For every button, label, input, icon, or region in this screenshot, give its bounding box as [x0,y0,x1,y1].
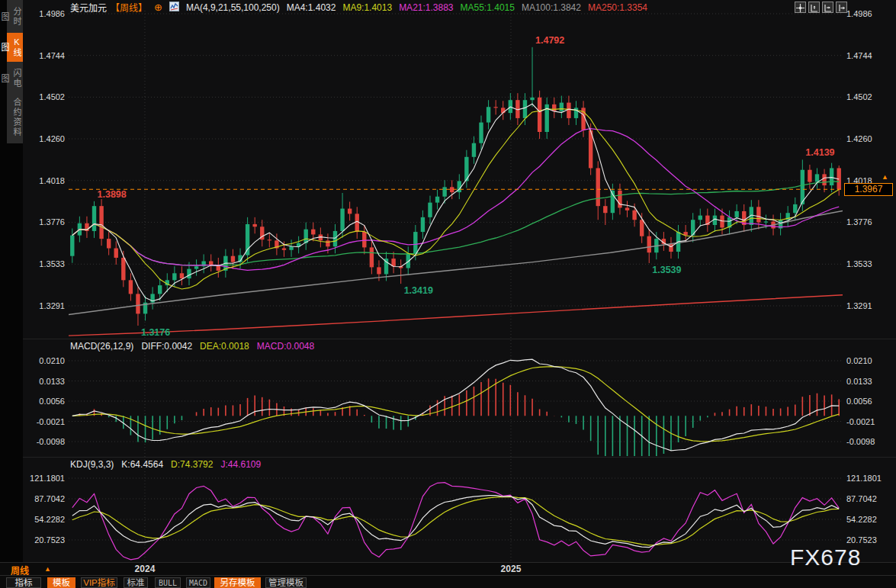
ma21-value: MA21:1.3883 [399,2,453,13]
kdj-lines [72,483,839,560]
candlestick-series [70,47,841,326]
left-sidebar: 分时图 K线图 闪电图 合约资料 [0,0,23,588]
y-axis-label: 0.0056 [846,396,872,406]
toolbar-manage-templates-button[interactable]: 管理模板 [265,577,307,588]
y-axis-label: 1.4986 [846,8,872,19]
sidebar-item-lightning-chart[interactable]: 闪电图 [7,65,23,92]
current-price-marker: 1.3967 [844,183,893,196]
y-axis-label: -0.0021 [23,416,65,427]
macd-name: MACD(26,12,9) [70,341,133,352]
macd-lines [72,359,839,451]
y-axis-label: 1.3776 [23,217,65,227]
chart-header: 美元加元 【周线】 ⊕ MA(4,9,21,55,100,250) MA4:1.… [70,2,647,13]
y-axis-label: 87.7042 [846,493,877,504]
y-axis-label: 54.2282 [846,514,877,525]
svg-text:1.4139: 1.4139 [805,147,834,158]
y-axis-label: 0.0056 [23,396,65,406]
ma9-value: MA9:1.4013 [342,2,392,13]
svg-text:1.3176: 1.3176 [141,327,170,338]
y-axis-label: 20.7523 [23,535,65,545]
period-tag: 【周线】 [111,1,147,14]
sidebar-item-kline-chart[interactable]: K线图 [7,33,23,62]
y-axis-label: 1.4502 [23,92,65,102]
y-axis-label: 87.7042 [23,493,65,504]
y-axis-label: 1.4260 [23,133,65,144]
y-axis-label: 1.3291 [23,300,65,311]
toolbar-bull-button[interactable]: BULL [155,577,181,588]
toolbar-templates-button[interactable]: 模板 [47,577,75,588]
sidebar-item-contract-info[interactable]: 合约资料 [7,95,23,140]
symbol-title: 美元加元 [70,1,107,14]
price-annotations: 1.38981.31761.34191.47921.35391.4139 [98,35,835,338]
y-axis-label: 1.3291 [846,300,872,311]
chart-mode-tabs: 分时图 K线图 闪电图 合约资料 [7,0,23,143]
axis-scale-up-icon[interactable] [808,2,820,13]
kdj-panel-header: KDJ(9,3,3) K:64.4564 D:74.3792 J:44.6109 [70,459,261,469]
kdj-name: KDJ(9,3,3) [70,459,114,470]
ma55-value: MA55:1.4015 [461,2,515,13]
add-indicator-icon[interactable]: ⊕ [154,2,162,12]
ma100-value: MA100:1.3842 [522,2,581,13]
macd-histogram [79,378,839,463]
y-axis-label: -0.0098 [23,436,65,447]
collapse-panel-icon[interactable] [836,2,847,13]
price-up-arrow-icon: ▲ [882,173,888,181]
toolbar-save-template-button[interactable]: 另存模板 [214,577,261,588]
toolbar-standard-button[interactable]: 标准 [124,577,148,588]
kdj-k-value: K:64.4564 [121,459,163,470]
y-axis-label: 1.3776 [846,217,872,227]
y-axis-label: 0.0133 [846,376,872,387]
y-axis-label: 1.4502 [846,92,872,102]
toolbar-vip-indicators-button[interactable]: VIP指标 [81,577,117,588]
sidebar-item-timeshare-chart[interactable]: 分时图 [7,3,23,31]
svg-text:1.3419: 1.3419 [404,285,433,296]
y-axis-label: 1.4744 [846,50,872,61]
macd-diff-value: DIFF:0.0042 [141,341,192,352]
bottom-toolbar: 指标 模板 VIP指标 标准 BULL MACD 另存模板 管理模板 [0,575,896,588]
toolbar-indicators-button[interactable]: 指标 [6,577,41,588]
y-axis-label: 1.4018 [23,175,65,186]
y-axis-label: 1.4260 [846,133,872,144]
y-axis-label: 54.2282 [23,514,65,525]
ma4-value: MA4:1.4032 [287,2,336,13]
kdj-d-value: D:74.3792 [171,459,213,470]
toolbar-macd-button[interactable]: MACD [186,577,210,588]
y-axis-label: 121.1801 [846,473,882,484]
ma-settings-label: MA(4,9,21,55,100,250) [186,2,280,13]
y-axis-label: 121.1801 [23,473,65,484]
panel-separator[interactable] [23,339,896,339]
y-axis-label: -0.0021 [846,416,875,427]
y-axis-label: 20.7523 [846,535,877,545]
y-axis-left: 1.49861.47441.45021.42601.40181.37761.35… [23,0,65,574]
panel-separator[interactable] [23,457,896,458]
crosshair-move-icon[interactable] [795,2,806,13]
chart-application-window: 分时图 K线图 闪电图 合约资料 1.49861.47441.45021.426… [0,0,896,588]
svg-text:1.4792: 1.4792 [535,35,564,46]
y-axis-label: 0.0210 [846,355,872,366]
x-axis-year-label: 2024 [135,564,156,574]
y-axis-label: 0.0210 [23,355,65,366]
axis-scale-right-icon[interactable] [822,2,833,13]
macd-macd-value: MACD:0.0048 [257,341,314,352]
y-axis-label: -0.0098 [846,436,875,447]
y-axis-label: 1.4744 [23,50,65,61]
x-axis-year-label: 2025 [501,564,522,574]
y-axis-label: 1.3533 [846,259,872,269]
chart-plot-area[interactable]: 1.38981.31761.34191.47921.35391.4139 [69,0,843,574]
svg-text:1.3898: 1.3898 [98,189,127,200]
indicator-settings-icon[interactable] [169,2,179,14]
brand-watermark: FX678 [790,545,861,570]
y-axis-label: 1.3533 [23,259,65,269]
chart-toolbar-icons [795,2,847,13]
grid-lines [69,11,843,562]
y-axis-label: 1.4986 [23,8,65,19]
svg-text:1.3539: 1.3539 [652,265,681,275]
y-axis-right: 1.49861.47441.45021.42601.40181.37761.35… [846,0,895,574]
kdj-j-value: J:44.6109 [220,459,261,470]
x-axis-row: 周线 ▲ 20242025 [0,562,896,575]
ma250-value: MA250:1.3354 [588,2,647,13]
macd-panel-header: MACD(26,12,9) DIFF:0.0042 DEA:0.0018 MAC… [70,341,314,351]
period-collapse-icon[interactable]: ▲ [44,565,51,573]
y-axis-label: 0.0133 [23,376,65,387]
macd-dea-value: DEA:0.0018 [200,341,249,352]
